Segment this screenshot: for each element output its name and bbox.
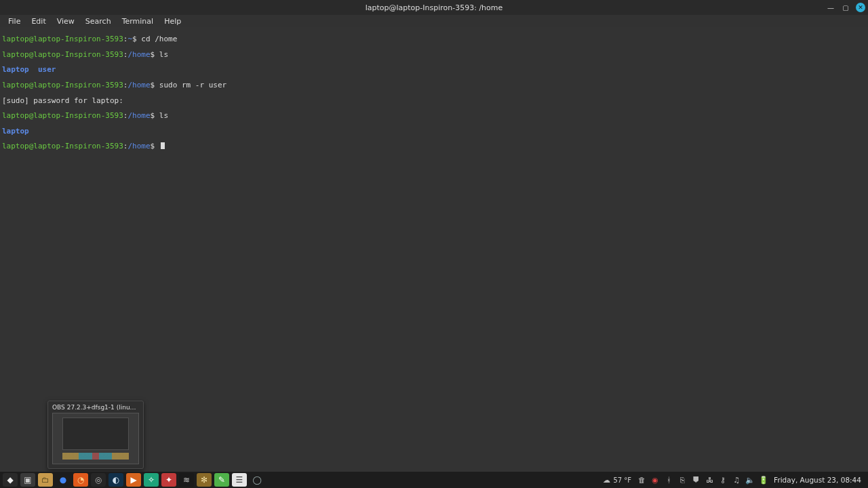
launcher-notes[interactable]: ☰ — [232, 473, 247, 487]
launcher-chrome[interactable]: ● — [56, 473, 71, 487]
terminal-line: laptop@laptop-Inspiron-3593:/home$ ls — [2, 51, 866, 58]
cursor — [161, 142, 165, 149]
update-icon[interactable]: ⛊ — [691, 475, 701, 485]
taskbar-launchers: ◆▣🗀●◔◎◐▶✧✦≋✻✎☰◯ — [0, 473, 264, 487]
weather-icon: ☁ — [601, 475, 611, 485]
maximize-button[interactable]: ▢ — [841, 3, 850, 12]
menu-edit[interactable]: Edit — [26, 16, 51, 27]
system-tray: ☁ 57 °F 🗑◉ᚼ⎘⛊🖧⚷♫🔈🔋 Friday, August 23, 08… — [601, 475, 868, 485]
taskbar-preview[interactable]: OBS 27.2.3+dfsg1-1 (linux) - P… — [47, 401, 144, 469]
weather-temp: 57 °F — [613, 476, 631, 484]
trash-icon[interactable]: 🗑 — [637, 475, 646, 485]
menu-view[interactable]: View — [52, 16, 80, 27]
launcher-app-leaf[interactable]: ✎ — [214, 473, 229, 487]
record-icon[interactable]: ◉ — [650, 475, 660, 485]
battery-icon[interactable]: 🔋 — [759, 475, 768, 485]
volume-icon[interactable]: 🔈 — [745, 475, 755, 485]
menu-search[interactable]: Search — [80, 16, 117, 27]
window-titlebar[interactable]: laptop@laptop-Inspiron-3593: /home — ▢ ✕ — [0, 0, 868, 15]
launcher-app-green[interactable]: ✧ — [144, 473, 159, 487]
clock[interactable]: Friday, August 23, 08:44 — [774, 476, 861, 484]
terminal-line: laptop@laptop-Inspiron-3593:/home$ sudo … — [2, 81, 866, 89]
menu-file[interactable]: File — [3, 16, 26, 27]
minimize-button[interactable]: — — [826, 3, 835, 12]
launcher-files[interactable]: 🗀 — [38, 473, 53, 487]
wifi-icon[interactable]: ⚷ — [718, 475, 728, 485]
launcher-htop[interactable]: ≋ — [179, 473, 194, 487]
launcher-app-red[interactable]: ✦ — [161, 473, 176, 487]
menu-help[interactable]: Help — [159, 16, 186, 27]
network-icon[interactable]: 🖧 — [705, 475, 714, 485]
launcher-obs[interactable]: ◎ — [91, 473, 106, 487]
menu-terminal[interactable]: Terminal — [117, 16, 159, 27]
terminal-line: laptop@laptop-Inspiron-3593:/home$ — [2, 142, 866, 150]
taskbar-preview-title: OBS 27.2.3+dfsg1-1 (linux) - P… — [48, 401, 143, 413]
terminal-line: laptop — [2, 127, 866, 135]
bluetooth-icon[interactable]: ᚼ — [664, 475, 673, 485]
music-icon[interactable]: ♫ — [732, 475, 741, 485]
launcher-show-desktop[interactable]: ▣ — [20, 473, 35, 487]
launcher-steam[interactable]: ◐ — [108, 473, 123, 487]
weather-indicator[interactable]: ☁ 57 °F — [601, 475, 631, 485]
menu-bar: File Edit View Search Terminal Help — [0, 15, 868, 27]
terminal-line: laptop user — [2, 66, 866, 73]
taskbar: ◆▣🗀●◔◎◐▶✧✦≋✻✎☰◯ ☁ 57 °F 🗑◉ᚼ⎘⛊🖧⚷♫🔈🔋 Frida… — [0, 472, 868, 488]
launcher-mint-logo[interactable]: ◯ — [250, 473, 264, 487]
launcher-app-gear[interactable]: ✻ — [197, 473, 212, 487]
terminal-line: laptop@laptop-Inspiron-3593:/home$ ls — [2, 112, 866, 119]
launcher-media-player[interactable]: ▶ — [126, 473, 141, 487]
taskbar-preview-body — [52, 413, 139, 464]
launcher-firefox[interactable]: ◔ — [73, 473, 88, 487]
launcher-mint-menu[interactable]: ◆ — [3, 473, 18, 487]
window-title: laptop@laptop-Inspiron-3593: /home — [366, 3, 503, 12]
close-button[interactable]: ✕ — [856, 3, 865, 12]
terminal-line: [sudo] password for laptop: — [2, 97, 866, 104]
clipboard-icon[interactable]: ⎘ — [677, 475, 687, 485]
terminal-line: laptop@laptop-Inspiron-3593:~$ cd /home — [2, 35, 866, 43]
